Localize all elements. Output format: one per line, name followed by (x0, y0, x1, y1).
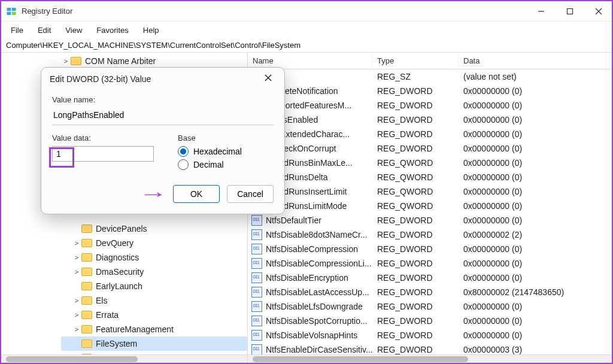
list-row[interactable]: NtfsDefaultTierREG_DWORD0x00000000 (0) (248, 213, 612, 228)
list-row[interactable]: achedRunsDeltaREG_QWORD0x00000000 (0) (248, 170, 612, 184)
tree-item[interactable]: EarlyLaunch (61, 279, 247, 293)
list-row[interactable]: NtfsDisableSpotCorruptio...REG_DWORD0x00… (248, 314, 612, 328)
col-data[interactable]: Data (459, 53, 612, 69)
maximize-button[interactable] (562, 3, 578, 20)
list-row[interactable]: achedRunsLimitModeREG_QWORD0x00000000 (0… (248, 199, 612, 213)
value-name-cell: NtfsDisableSpotCorruptio... (266, 316, 368, 326)
radio-hexadecimal[interactable]: Hexadecimal (178, 146, 242, 157)
value-data-cell: 0x00000000 (0) (459, 330, 612, 340)
list-row[interactable]: NtfsDisableLfsDowngradeREG_DWORD0x000000… (248, 299, 612, 314)
list-body[interactable]: ult)REG_SZ(value not set)leDeleteNotific… (248, 69, 612, 354)
dword-value-icon (251, 258, 262, 269)
tree-item-label: Els (96, 296, 107, 305)
value-type-cell: REG_DWORD (372, 129, 459, 139)
tree-item[interactable]: FileSystem (61, 336, 247, 351)
dialog-title: Edit DWORD (32-bit) Value (50, 74, 260, 84)
list-pane: Name Type Data ult)REG_SZ(value not set)… (248, 53, 612, 363)
folder-icon (81, 253, 92, 262)
list-row[interactable]: PathsEnabledREG_DWORD0x00000000 (0) (248, 113, 612, 127)
value-data-cell: 0x00000000 (0) (459, 158, 612, 168)
radio-dot-icon (178, 159, 189, 170)
value-data-cell: 0x00000000 (0) (459, 101, 612, 110)
value-data-cell: 0x00000000 (0) (459, 115, 612, 125)
list-row[interactable]: ugcheckOnCorruptREG_DWORD0x00000000 (0) (248, 141, 612, 156)
chevron-icon[interactable]: > (72, 297, 81, 304)
tree-item[interactable]: >DevQuery (61, 236, 247, 250)
menu-favorites[interactable]: Favorites (90, 25, 134, 36)
folder-icon (71, 57, 81, 65)
chevron-icon[interactable]: > (61, 57, 71, 65)
svg-rect-0 (7, 8, 11, 11)
value-type-cell: REG_DWORD (372, 244, 459, 254)
value-name-field[interactable]: LongPathsEnabled (52, 108, 274, 125)
tree-item[interactable]: >FeatureManagement (61, 322, 247, 336)
list-row[interactable]: NtfsDisableCompressionREG_DWORD0x0000000… (248, 242, 612, 256)
col-name[interactable]: Name (248, 53, 372, 69)
list-row[interactable]: NtfsDisableVolsnapHintsREG_DWORD0x000000… (248, 328, 612, 342)
value-data-cell: 0x00000000 (0) (459, 144, 612, 153)
value-data-input[interactable] (52, 146, 154, 162)
value-type-cell: REG_QWORD (372, 172, 459, 182)
tree-item[interactable]: >Diagnostics (61, 250, 247, 265)
list-row[interactable]: achedRunsBinMaxLe...REG_QWORD0x00000000 … (248, 156, 612, 170)
annotation-arrow-icon: → (139, 184, 168, 204)
close-button[interactable] (590, 3, 607, 20)
radio-dot-icon (178, 146, 189, 157)
tree-item[interactable]: >DmaSecurity (61, 265, 247, 279)
col-type[interactable]: Type (372, 53, 459, 69)
list-row[interactable]: NtfsEnableDirCaseSensitiv...REG_DWORD0x0… (248, 342, 612, 354)
folder-icon (81, 296, 92, 305)
menu-help[interactable]: Help (137, 25, 165, 36)
radio-decimal[interactable]: Decimal (178, 159, 242, 170)
value-name-cell: NtfsDisableLastAccessUp... (266, 287, 369, 297)
chevron-icon[interactable]: > (72, 268, 81, 275)
tree-item[interactable]: >Errata (61, 308, 247, 322)
value-data-cell: 0x00000000 (0) (459, 201, 612, 211)
dword-value-icon (251, 229, 262, 240)
value-type-cell: REG_DWORD (372, 101, 459, 110)
list-row[interactable]: llowExtendedCharac...REG_DWORD0x00000000… (248, 127, 612, 141)
tree-hscroll[interactable] (1, 354, 247, 363)
value-data-cell: 0x00000002 (2) (459, 230, 612, 239)
tree-item[interactable]: DevicePanels (61, 222, 247, 236)
chevron-icon[interactable]: > (72, 239, 81, 247)
list-row[interactable]: NtfsDisableCompressionLi...REG_DWORD0x00… (248, 256, 612, 271)
value-type-cell: REG_DWORD (372, 345, 459, 354)
list-row[interactable]: achedRunsInsertLimitREG_QWORD0x00000000 … (248, 184, 612, 199)
menu-file[interactable]: File (5, 25, 29, 36)
value-data-cell: 0x00000000 (0) (459, 172, 612, 182)
folder-icon (81, 282, 92, 290)
address-bar[interactable]: Computer\HKEY_LOCAL_MACHINE\SYSTEM\Curre… (1, 38, 612, 53)
tree-item[interactable]: >Els (61, 293, 247, 308)
value-name-cell: NtfsDisableCompression (266, 244, 358, 254)
folder-icon (81, 311, 92, 319)
value-name-label: Value name: (52, 95, 274, 104)
value-data-label: Value data: (52, 134, 154, 142)
ok-button[interactable]: OK (173, 185, 220, 203)
list-row[interactable]: leDeleteNotificationREG_DWORD0x00000000 … (248, 84, 612, 98)
tree-item-label: Errata (96, 310, 119, 320)
list-row[interactable]: NtfsDisable8dot3NameCr...REG_DWORD0x0000… (248, 228, 612, 242)
list-row[interactable]: NtfsDisableEncryptionREG_DWORD0x00000000… (248, 271, 612, 285)
list-row[interactable]: NtfsDisableLastAccessUp...REG_DWORD0x800… (248, 285, 612, 299)
menu-view[interactable]: View (59, 25, 88, 36)
chevron-icon[interactable]: > (72, 326, 81, 333)
list-header[interactable]: Name Type Data (248, 53, 612, 69)
list-row[interactable]: ult)REG_SZ(value not set) (248, 69, 612, 84)
tree-item[interactable]: >COM Name Arbiter (61, 54, 247, 68)
dword-value-icon (251, 215, 262, 226)
value-data-cell: 0x80000002 (2147483650) (459, 287, 612, 297)
list-hscroll[interactable] (248, 354, 612, 363)
chevron-icon[interactable]: > (72, 311, 81, 318)
value-data-cell: 0x00000003 (3) (459, 345, 612, 354)
dword-value-icon (251, 287, 262, 298)
list-row[interactable]: SupportedFeaturesM...REG_DWORD0x00000000… (248, 98, 612, 113)
cancel-button[interactable]: Cancel (227, 185, 274, 203)
value-type-cell: REG_DWORD (372, 316, 459, 326)
chevron-icon[interactable]: > (72, 254, 81, 261)
window-title: Registry Editor (22, 7, 533, 16)
value-data-cell: 0x00000000 (0) (459, 129, 612, 139)
dialog-close-button[interactable] (260, 72, 276, 86)
menu-edit[interactable]: Edit (32, 25, 57, 36)
minimize-button[interactable] (533, 3, 550, 20)
